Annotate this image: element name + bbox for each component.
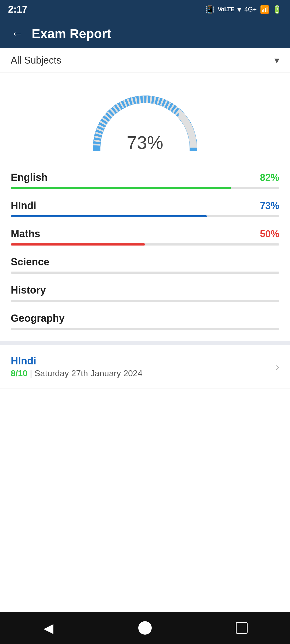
nav-home-button[interactable] xyxy=(134,617,156,639)
subject-row-maths: Maths 50% xyxy=(11,228,279,240)
subject-item-history: History xyxy=(11,284,279,302)
exam-detail-row: 8/10 | Saturday 27th January 2024 xyxy=(11,368,142,378)
exam-item-info: HIndi 8/10 | Saturday 27th January 2024 xyxy=(11,355,142,378)
progress-fill-hindi xyxy=(11,215,207,217)
subject-name-science: Science xyxy=(11,256,49,268)
battery-icon: 🔋 xyxy=(273,5,282,14)
subject-item-english: English 82% xyxy=(11,172,279,189)
subject-row-geography: Geography xyxy=(11,313,279,324)
subject-row-hindi: HIndi 73% xyxy=(11,200,279,211)
exam-history-item[interactable]: HIndi 8/10 | Saturday 27th January 2024 … xyxy=(0,345,290,389)
subject-item-hindi: HIndi 73% xyxy=(11,200,279,217)
signal-4g-icon: 4G+ xyxy=(244,6,257,13)
progress-fill-english xyxy=(11,187,231,189)
subject-name-hindi: HIndi xyxy=(11,200,36,211)
exam-date: Saturday 27th January 2024 xyxy=(34,368,142,378)
status-time: 2:17 xyxy=(8,4,27,15)
subject-name-history: History xyxy=(11,284,46,296)
exam-subject-label: HIndi xyxy=(11,355,142,367)
volte-icon: VoLTE xyxy=(218,6,234,13)
progress-track-science xyxy=(11,272,279,274)
wifi-icon: ▾ xyxy=(237,5,241,14)
nav-recent-button[interactable] xyxy=(231,617,252,639)
vibrate-icon: 📳 xyxy=(205,5,215,14)
exam-date-separator: | xyxy=(30,368,34,378)
subject-item-maths: Maths 50% xyxy=(11,228,279,246)
section-divider xyxy=(0,341,290,345)
progress-track-hindi xyxy=(11,215,279,217)
subject-percent-english: 82% xyxy=(260,172,279,183)
nav-back-icon: ◀ xyxy=(44,620,53,635)
status-bar: 2:17 📳 VoLTE ▾ 4G+ 📶 🔋 xyxy=(0,0,290,19)
app-header: ← Exam Report xyxy=(0,19,290,48)
subject-percent-hindi: 73% xyxy=(260,200,279,211)
signal-bars-icon: 📶 xyxy=(260,5,269,14)
chevron-down-icon: ▾ xyxy=(274,55,279,66)
exam-score: 8/10 xyxy=(11,368,27,378)
subject-name-maths: Maths xyxy=(11,228,40,240)
page-title: Exam Report xyxy=(32,26,111,41)
subject-dropdown[interactable]: All Subjects ▾ xyxy=(0,48,290,72)
status-icons: 📳 VoLTE ▾ 4G+ 📶 🔋 xyxy=(205,5,282,14)
progress-fill-maths xyxy=(11,243,145,246)
subject-name-geography: Geography xyxy=(11,313,65,324)
progress-track-geography xyxy=(11,328,279,330)
subject-row-science: Science xyxy=(11,256,279,268)
subject-dropdown-label: All Subjects xyxy=(11,55,61,66)
subject-row-history: History xyxy=(11,284,279,296)
nav-bar: ◀ xyxy=(0,612,290,644)
subject-row-english: English 82% xyxy=(11,172,279,183)
subject-percent-maths: 50% xyxy=(260,228,279,240)
nav-home-icon xyxy=(138,621,152,635)
gauge-percent-label: 73% xyxy=(127,132,163,153)
back-button[interactable]: ← xyxy=(11,27,24,40)
gauge-wrapper: 73% xyxy=(86,86,204,156)
subjects-list: English 82% HIndi 73% Maths 50% Science xyxy=(0,164,290,330)
progress-track-maths xyxy=(11,243,279,246)
nav-back-button[interactable]: ◀ xyxy=(38,617,59,639)
gauge-section: 73% xyxy=(0,72,290,164)
chevron-right-icon: › xyxy=(276,361,279,373)
nav-recent-icon xyxy=(236,622,248,634)
subject-item-science: Science xyxy=(11,256,279,274)
progress-track-english xyxy=(11,187,279,189)
subject-item-geography: Geography xyxy=(11,313,279,330)
progress-track-history xyxy=(11,300,279,302)
subject-name-english: English xyxy=(11,172,48,183)
